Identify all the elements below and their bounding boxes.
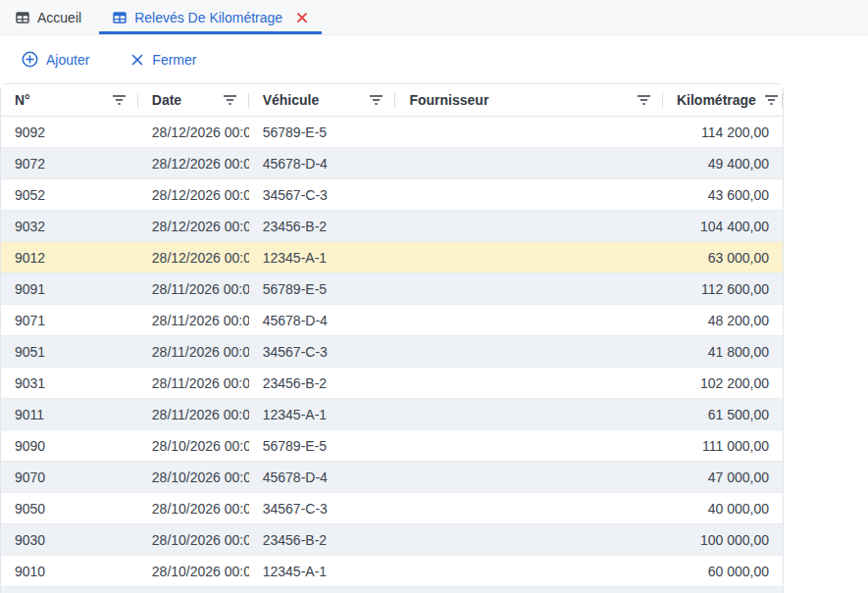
column-header-label: Véhicule xyxy=(263,92,320,108)
table-row[interactable]: 909228/12/2026 00:0056789-E-5114 200,00 xyxy=(1,117,783,148)
column-header-label: Kilométrage xyxy=(677,92,756,108)
table-cell: 9010 xyxy=(1,556,138,586)
table-cell: 9031 xyxy=(1,368,138,398)
grid-toolbar: Ajouter Fermer xyxy=(0,35,868,83)
table-row[interactable]: 901028/10/2026 00:0012345-A-160 000,00 xyxy=(1,556,783,587)
table-row[interactable]: 905128/11/2026 00:0034567-C-341 800,00 xyxy=(1,336,783,368)
table-cell: 28/11/2026 00:00 xyxy=(138,305,249,335)
filter-icon[interactable] xyxy=(764,94,779,106)
filter-icon[interactable] xyxy=(112,94,127,106)
table-cell xyxy=(396,148,664,178)
table-cell: 9032 xyxy=(1,211,138,241)
column-header-0[interactable]: N° xyxy=(1,84,138,116)
table-cell: 34567-C-3 xyxy=(249,336,396,367)
table-cell xyxy=(396,273,664,304)
column-header-4[interactable]: Kilométrage xyxy=(663,84,783,116)
table-cell: 60 000,00 xyxy=(663,556,783,586)
x-icon xyxy=(130,53,144,67)
table-cell: 9072 xyxy=(1,148,138,178)
table-cell xyxy=(396,430,664,461)
table-cell: 28/12/2026 00:00 xyxy=(138,211,249,241)
table-cell: 28/10/2026 00:00 xyxy=(138,493,249,523)
table-cell xyxy=(396,179,664,210)
table-cell: 41 800,00 xyxy=(663,336,783,367)
table-cell: 23456-B-2 xyxy=(249,211,396,241)
table-row[interactable]: 903028/10/2026 00:0023456-B-2100 000,00 xyxy=(1,524,783,556)
table-icon xyxy=(113,11,127,25)
table-row[interactable]: 905228/12/2026 00:0034567-C-343 600,00 xyxy=(1,179,783,211)
table-cell: 56789-E-5 xyxy=(249,273,396,304)
table-row[interactable]: 905028/10/2026 00:0034567-C-340 000,00 xyxy=(1,493,783,524)
table-cell: 28/10/2026 00:00 xyxy=(138,462,249,492)
table-cell: 28/11/2026 00:00 xyxy=(138,368,249,398)
table-cell: 28/10/2026 00:00 xyxy=(138,430,249,461)
table-row[interactable]: 907128/11/2026 00:0045678-D-448 200,00 xyxy=(1,305,783,336)
table-cell: 12345-A-1 xyxy=(249,399,396,429)
table-cell: 40 000,00 xyxy=(663,493,783,523)
column-header-1[interactable]: Date xyxy=(138,84,249,116)
table-cell: 114 200,00 xyxy=(663,117,783,147)
table-row[interactable]: 901228/12/2026 00:0012345-A-163 000,00 xyxy=(1,242,783,273)
table-cell: 9071 xyxy=(1,305,138,335)
table-cell: 9090 xyxy=(1,430,138,461)
tab-bar: Accueil Relevés De Kilométrage xyxy=(0,0,868,35)
table-cell: 28/12/2026 00:00 xyxy=(138,117,249,147)
table-cell xyxy=(396,305,664,335)
table-icon xyxy=(16,11,29,25)
table-cell xyxy=(396,336,664,367)
tab-releves-kilometrage[interactable]: Relevés De Kilométrage xyxy=(97,0,324,34)
grid-header: N°DateVéhiculeFournisseurKilométrage xyxy=(1,84,783,117)
table-cell: 56789-E-5 xyxy=(249,430,396,461)
table-cell: 47 000,00 xyxy=(663,462,783,492)
table-cell: 112 600,00 xyxy=(663,273,783,304)
data-grid: N°DateVéhiculeFournisseurKilométrage 909… xyxy=(0,83,784,593)
table-cell: 9030 xyxy=(1,524,138,555)
table-cell xyxy=(396,493,664,523)
table-cell xyxy=(396,399,664,429)
table-row[interactable]: 909028/10/2026 00:0056789-E-5111 000,00 xyxy=(1,430,783,462)
circle-plus-icon xyxy=(22,51,38,68)
add-button[interactable]: Ajouter xyxy=(12,45,99,74)
table-cell: 56789-E-5 xyxy=(249,117,396,147)
table-cell: 111 000,00 xyxy=(663,430,783,461)
table-cell: 23456-B-2 xyxy=(249,368,396,398)
tab-accueil[interactable]: Accueil xyxy=(0,0,97,34)
table-cell: 45678-D-4 xyxy=(249,305,396,335)
table-cell: 28/12/2026 00:00 xyxy=(138,179,249,210)
table-cell: 9050 xyxy=(1,493,138,523)
tab-close-icon[interactable] xyxy=(296,12,308,24)
column-header-label: N° xyxy=(15,92,30,108)
table-cell: 63 000,00 xyxy=(663,242,783,272)
table-row[interactable]: 901128/11/2026 00:0012345-A-161 500,00 xyxy=(1,399,783,430)
table-cell: 28/11/2026 00:00 xyxy=(138,273,249,304)
table-row[interactable]: 909128/11/2026 00:0056789-E-5112 600,00 xyxy=(1,273,783,305)
table-row[interactable]: 907228/12/2026 00:0045678-D-449 400,00 xyxy=(1,148,783,179)
grid-body: 909228/12/2026 00:0056789-E-5114 200,009… xyxy=(1,117,783,593)
column-header-label: Fournisseur xyxy=(409,92,488,108)
table-cell: 12345-A-1 xyxy=(249,556,396,586)
table-cell: 43 600,00 xyxy=(663,179,783,210)
table-row[interactable]: 903128/11/2026 00:0023456-B-2102 200,00 xyxy=(1,368,783,399)
table-cell: 45678-D-4 xyxy=(249,148,396,178)
table-cell xyxy=(396,556,664,586)
table-cell xyxy=(396,368,664,398)
column-header-3[interactable]: Fournisseur xyxy=(395,84,663,116)
table-row-partial xyxy=(1,587,783,593)
table-cell xyxy=(396,462,664,492)
filter-icon[interactable] xyxy=(369,94,383,106)
column-header-2[interactable]: Véhicule xyxy=(249,84,396,116)
table-cell: 9051 xyxy=(1,336,138,367)
table-cell: 9052 xyxy=(1,179,138,210)
column-header-label: Date xyxy=(152,92,181,108)
table-cell: 9092 xyxy=(1,117,138,147)
filter-icon[interactable] xyxy=(223,94,237,106)
tab-label: Relevés De Kilométrage xyxy=(134,10,282,25)
table-row[interactable]: 907028/10/2026 00:0045678-D-447 000,00 xyxy=(1,462,783,493)
filter-icon[interactable] xyxy=(637,94,651,106)
table-cell: 34567-C-3 xyxy=(249,179,396,210)
table-cell: 61 500,00 xyxy=(663,399,783,429)
table-cell: 100 000,00 xyxy=(663,524,783,555)
close-button[interactable]: Fermer xyxy=(121,46,206,74)
table-cell: 34567-C-3 xyxy=(249,493,396,523)
table-row[interactable]: 903228/12/2026 00:0023456-B-2104 400,00 xyxy=(1,211,783,242)
